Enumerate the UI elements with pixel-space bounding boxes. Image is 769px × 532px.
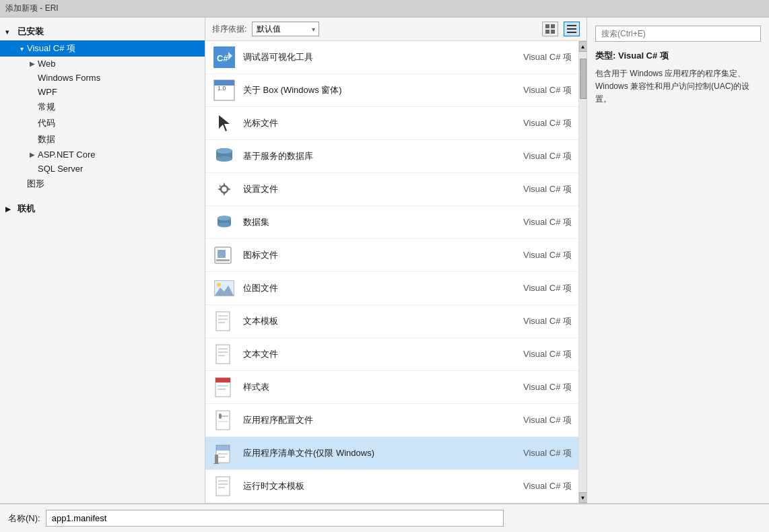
- sort-select-wrapper[interactable]: 默认值 名称 类型: [252, 22, 319, 36]
- item-icon-text-file: [212, 342, 236, 366]
- svg-point-18: [221, 186, 228, 193]
- grid-view-button[interactable]: [542, 22, 558, 36]
- search-input[interactable]: [595, 26, 761, 42]
- sidebar-item-web[interactable]: ▶ Web: [0, 57, 205, 71]
- item-name: 数据集: [243, 216, 518, 228]
- list-item[interactable]: 应用程序配置文件 Visual C# 项: [205, 404, 578, 437]
- item-icon-appconfig: [212, 408, 236, 432]
- svg-text:C#: C#: [217, 53, 228, 63]
- list-item[interactable]: C# 调试器可视化工具 Visual C# 项: [205, 41, 578, 74]
- item-icon-dataset: [212, 210, 236, 234]
- scroll-thumb[interactable]: [580, 59, 587, 99]
- svg-point-22: [218, 216, 231, 221]
- svg-rect-1: [551, 24, 555, 28]
- item-category: Visual C# 项: [518, 447, 572, 459]
- online-label: 联机: [18, 203, 35, 215]
- item-icon-bitmap: [212, 276, 236, 300]
- sidebar-item-sql[interactable]: SQL Server: [0, 162, 205, 176]
- item-category: Visual C# 项: [518, 348, 572, 360]
- item-category: Visual C# 项: [518, 216, 572, 228]
- item-name: 图标文件: [243, 249, 518, 261]
- sort-select[interactable]: 默认值 名称 类型: [252, 22, 319, 36]
- item-name: 应用程序配置文件: [243, 414, 518, 426]
- name-input[interactable]: [46, 510, 504, 527]
- scroll-down-button[interactable]: ▼: [579, 492, 587, 503]
- data-label: 数据: [38, 133, 199, 145]
- svg-rect-30: [216, 312, 230, 331]
- items-scroll-wrapper: C# 调试器可视化工具 Visual C# 项 1.0: [205, 41, 587, 503]
- description-text: 包含用于 Windows 应用程序的程序集定、Windows 兼容性和用户访问控…: [595, 67, 761, 106]
- item-name: 运行时文本模板: [243, 480, 518, 492]
- svg-rect-39: [215, 378, 230, 383]
- svg-rect-25: [216, 259, 230, 261]
- svg-rect-3: [551, 30, 555, 34]
- list-item[interactable]: 设置文件 Visual C# 项: [205, 173, 578, 206]
- sidebar-item-general[interactable]: 常规: [0, 99, 205, 115]
- top-bar: 添加新项 - ERI: [0, 0, 769, 18]
- scroll-track[interactable]: [579, 52, 587, 492]
- bottom-bar: 名称(N):: [0, 504, 769, 532]
- item-name: 设置文件: [243, 183, 518, 195]
- sidebar-item-windows-forms[interactable]: Windows Forms: [0, 71, 205, 85]
- svg-rect-49: [215, 455, 218, 464]
- list-item[interactable]: 文本文件 Visual C# 项: [205, 338, 578, 371]
- item-icon-iconfile: [212, 243, 236, 267]
- svg-point-21: [218, 223, 231, 228]
- type-label: 类型: Visual C# 项: [595, 50, 761, 62]
- sidebar-item-aspnet[interactable]: ▶ ASP.NET Core: [0, 147, 205, 162]
- name-label: 名称(N):: [8, 512, 40, 525]
- item-category: Visual C# 项: [518, 480, 572, 492]
- sort-label: 排序依据:: [212, 24, 246, 35]
- item-name: 应用程序清单文件(仅限 Windows): [243, 447, 518, 459]
- svg-point-16: [216, 156, 232, 162]
- right-panel: 类型: Visual C# 项 包含用于 Windows 应用程序的程序集定、W…: [587, 18, 769, 503]
- item-icon-stylesheet: [212, 375, 236, 399]
- sidebar-item-code[interactable]: 代码: [0, 115, 205, 131]
- list-item[interactable]: 1.0 关于 Box (Windows 窗体) Visual C# 项: [205, 74, 578, 107]
- item-icon-database: [212, 144, 236, 168]
- installed-section-header[interactable]: ▾ 已安装: [0, 23, 205, 40]
- scrollbar[interactable]: ▲ ▼: [578, 41, 587, 503]
- online-section-header[interactable]: ▶ 联机: [0, 200, 205, 218]
- list-view-button[interactable]: [564, 22, 580, 36]
- list-item[interactable]: 运行时文本模板 Visual C# 项: [205, 470, 578, 503]
- visual-csharp-arrow: ▾: [16, 45, 27, 53]
- list-item[interactable]: 样式表 Visual C# 项: [205, 371, 578, 404]
- sidebar-item-graphics[interactable]: 图形: [0, 176, 205, 192]
- item-category: Visual C# 项: [518, 51, 572, 63]
- item-category: Visual C# 项: [518, 315, 572, 327]
- item-icon-cursor: [212, 111, 236, 135]
- item-icon-manifest: [212, 441, 236, 465]
- list-item[interactable]: 文本模板 Visual C# 项: [205, 305, 578, 338]
- sidebar-item-visual-csharp[interactable]: ▾ Visual C# 项: [0, 40, 205, 57]
- item-icon-settings: [212, 177, 236, 201]
- list-item[interactable]: 光标文件 Visual C# 项: [205, 107, 578, 140]
- sidebar-item-data[interactable]: 数据: [0, 131, 205, 147]
- general-label: 常规: [38, 101, 199, 113]
- item-category: Visual C# 项: [518, 381, 572, 393]
- center-toolbar: 排序依据: 默认值 名称 类型: [205, 18, 587, 41]
- item-category: Visual C# 项: [518, 414, 572, 426]
- scroll-up-button[interactable]: ▲: [579, 41, 587, 52]
- sidebar-item-wpf[interactable]: WPF: [0, 85, 205, 99]
- dialog-body: ▾ 已安装 ▾ Visual C# 项 ▶ Web Windows Forms: [0, 18, 769, 503]
- windows-forms-label: Windows Forms: [38, 73, 199, 83]
- item-category: Visual C# 项: [518, 282, 572, 294]
- list-item[interactable]: 图标文件 Visual C# 项: [205, 239, 578, 272]
- item-icon-runtime-text: [212, 474, 236, 498]
- web-label: Web: [38, 59, 199, 69]
- list-item-manifest[interactable]: 应用程序清单文件(仅限 Windows) Visual C# 项: [205, 437, 578, 470]
- list-item[interactable]: 位图文件 Visual C# 项: [205, 272, 578, 305]
- svg-rect-2: [545, 30, 549, 34]
- list-item[interactable]: 数据集 Visual C# 项: [205, 206, 578, 239]
- code-label: 代码: [38, 117, 199, 129]
- center-panel: 排序依据: 默认值 名称 类型: [205, 18, 587, 503]
- installed-label: 已安装: [18, 26, 44, 38]
- item-category: Visual C# 项: [518, 249, 572, 261]
- svg-point-29: [217, 283, 221, 287]
- item-name: 位图文件: [243, 282, 518, 294]
- item-icon-about: 1.0: [212, 78, 236, 102]
- list-item[interactable]: 基于服务的数据库 Visual C# 项: [205, 140, 578, 173]
- svg-text:1.0: 1.0: [218, 85, 226, 92]
- web-arrow: ▶: [27, 60, 38, 67]
